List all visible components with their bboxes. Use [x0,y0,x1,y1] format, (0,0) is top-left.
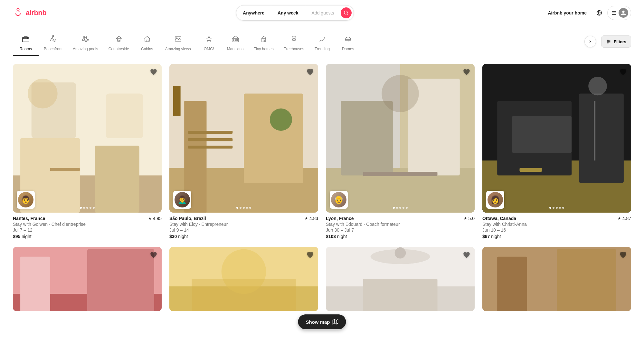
category-omg[interactable]: OMG! [196,31,222,56]
card-location-lyon: Lyon, France [326,216,354,221]
star-icon: ★ [305,216,308,221]
card-location-nantes: Nantes, France [13,216,45,221]
price-value: $95 [13,234,20,239]
show-map-button[interactable]: Show map [298,314,346,319]
wishlist-button-row2b[interactable] [306,251,314,260]
category-tiny-homes[interactable]: Tiny homes [249,31,279,56]
svg-point-42 [270,109,292,131]
card-rating-ottawa: ★ 4.87 [618,216,631,221]
category-countryside[interactable]: Countryside [103,31,134,56]
category-beachfront[interactable]: Beachfront [39,31,68,56]
treehouses-icon [290,35,298,45]
card-location-ottawa: Ottawa, Canada [482,216,516,221]
heart-icon [619,251,627,259]
category-rooms[interactable]: Rooms [13,31,39,56]
svg-rect-74 [497,257,527,311]
main-content: 👨 Nantes, France ★ 4.95 [0,56,644,319]
card-image-wrapper: 👴 [326,64,475,213]
card-image-row2b [169,247,318,311]
svg-rect-57 [594,101,596,161]
svg-point-26 [608,43,609,43]
card-price-ottawa: $67 night [482,234,631,239]
heart-icon [306,251,314,259]
svg-rect-11 [233,39,234,41]
filters-button[interactable]: Filters [601,35,631,48]
listing-card-row2a[interactable] [13,247,162,311]
trending-label: Trending [315,47,330,51]
card-price-saopaulo: $30 night [169,234,318,239]
dates-search[interactable]: Any week [271,5,305,20]
listing-card-row2d[interactable] [482,247,631,311]
category-cabins[interactable]: Cabins [134,31,160,56]
rating-value: 4.83 [309,216,318,221]
domes-label: Domes [342,47,354,51]
host-avatar-nantes: 👨 [17,191,35,209]
listing-card-lyon[interactable]: 👴 Lyon, France ★ 5.0 [326,64,475,239]
category-next-arrow[interactable] [584,36,596,47]
category-trending[interactable]: Trending [309,31,335,56]
card-info-lyon: Lyon, France ★ 5.0 Stay with Edouard · C… [326,213,475,239]
category-domes[interactable]: Domes [335,31,361,56]
wishlist-button-row2d[interactable] [619,251,627,260]
svg-rect-2 [23,37,29,42]
card-host-nantes: Stay with Golwen · Chef d'entreprise [13,222,162,227]
category-mansions[interactable]: Mansions [222,31,249,56]
card-info-nantes: Nantes, France ★ 4.95 Stay with Golwen ·… [13,213,162,239]
amazing-pools-icon [81,35,89,45]
language-button[interactable] [594,7,605,18]
listing-card-row2c[interactable] [326,247,475,311]
host-avatar-lyon: 👴 [330,191,348,209]
card-image-ottawa [482,64,631,213]
star-icon: ★ [618,216,621,221]
category-treehouses[interactable]: Treehouses [279,31,309,56]
listing-card-row2b[interactable] [169,247,318,311]
category-amazing-pools[interactable]: Amazing pools [68,31,103,56]
wishlist-button-row2a[interactable] [149,251,158,260]
star-icon: ★ [464,216,467,221]
svg-rect-41 [188,146,233,149]
host-link[interactable]: Airbnb your home [543,7,591,19]
listing-card-ottawa[interactable]: 👩 Ottawa, Canada ★ 4.87 [482,64,631,239]
image-dots [393,207,408,209]
wishlist-button-saopaulo[interactable] [306,68,314,77]
user-menu[interactable]: ☰ [607,6,631,20]
rooms-label: Rooms [20,47,32,51]
header: airbnb Anywhere Any week Add guests Airb… [0,0,644,26]
card-dates-saopaulo: Jul 9 – 14 [169,227,318,233]
card-image-wrapper: 👨 [13,64,162,213]
wishlist-button-lyon[interactable] [462,68,471,77]
logo[interactable]: airbnb [13,8,46,18]
listing-card-saopaulo[interactable]: 👨‍🦱 São Paulo, Brazil ★ 4.83 [169,64,318,239]
category-amazing-views[interactable]: Amazing views [160,31,196,56]
location-search[interactable]: Anywhere [236,5,271,20]
host-avatar-image: 👩 [488,192,503,207]
host-avatar-image: 👨‍🦱 [175,192,190,207]
card-image-saopaulo [169,64,318,213]
svg-rect-39 [188,131,233,134]
heart-icon [306,68,314,76]
svg-rect-55 [512,116,572,153]
mansions-label: Mansions [227,47,243,51]
search-button[interactable] [341,7,352,18]
svg-rect-62 [87,249,154,311]
wishlist-button-ottawa[interactable] [619,68,627,77]
guests-placeholder: Add guests [312,10,334,15]
card-host-saopaulo: Stay with Eloy · Entrepreneur [169,222,318,227]
wishlist-button-row2c[interactable] [462,251,471,260]
wishlist-button-nantes[interactable] [149,68,158,77]
svg-point-33 [28,79,57,108]
star-icon: ★ [148,216,152,221]
rating-value: 4.87 [622,216,631,221]
card-image-lyon [326,64,475,213]
svg-rect-54 [579,93,624,183]
price-unit: night [337,234,347,239]
rating-value: 5.0 [469,216,475,221]
search-icon [344,10,349,15]
svg-rect-38 [244,93,303,183]
svg-point-49 [382,75,419,112]
guests-search[interactable]: Add guests [305,5,341,20]
price-unit: night [178,234,188,239]
svg-rect-34 [50,168,80,171]
image-dots [549,207,564,209]
listing-card-nantes[interactable]: 👨 Nantes, France ★ 4.95 [13,64,162,239]
